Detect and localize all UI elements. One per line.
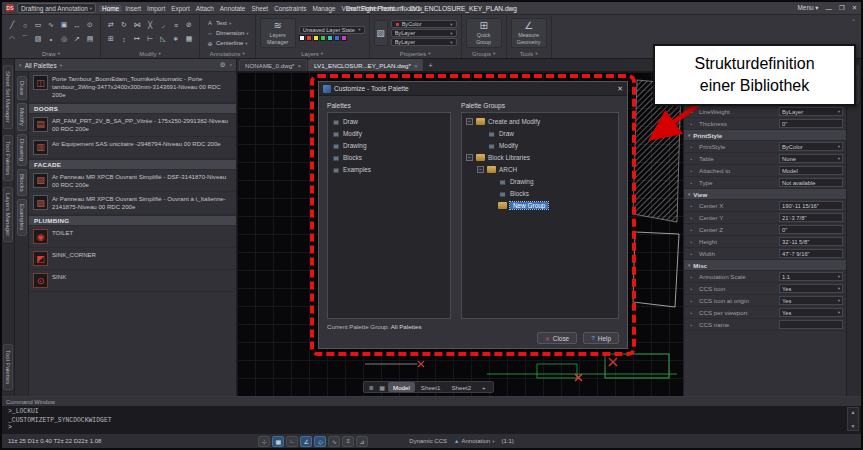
infinite-line-icon[interactable]: ↔ (71, 18, 83, 32)
palette-item[interactable]: ▤AR_FAM_PRT_2V_B_SA_PP_Vitrée - 175x250-… (29, 114, 236, 137)
palette-menu-icon[interactable]: ≡ (19, 63, 22, 68)
new-document-tab-button[interactable]: + (424, 59, 436, 71)
hatch-icon[interactable]: ▨ (32, 32, 44, 46)
sheet-tab-sheet2[interactable]: Sheet2 (446, 382, 476, 392)
extend-icon[interactable]: ⊢ (144, 32, 156, 46)
rotate-icon[interactable]: ↻ (118, 18, 130, 32)
lineweight-toggle[interactable]: ≡ (342, 436, 354, 447)
layer-color-chip[interactable] (313, 35, 319, 41)
palette-tab-modify[interactable]: Modify (17, 103, 27, 131)
layer-state-dropdown[interactable]: Unsaved Layer State▾ (299, 26, 365, 34)
tree-expander-icon[interactable]: − (466, 118, 473, 125)
workspace-selector[interactable]: Drafting and Annotation ▾ (17, 3, 96, 13)
ring-icon[interactable]: ◎ (58, 32, 70, 46)
layer-color-chip[interactable] (320, 35, 326, 41)
mirror-icon[interactable]: ⋈ (131, 18, 143, 32)
menu-export[interactable]: Export (168, 5, 192, 12)
close-tab-icon[interactable]: × (298, 63, 302, 69)
region-icon[interactable]: ▣ (58, 18, 70, 32)
property-dropdown[interactable]: ByLayer▾ (391, 29, 457, 37)
menu-import[interactable]: Import (144, 5, 168, 12)
layer-color-chip[interactable] (327, 35, 333, 41)
section-header-view[interactable]: ▾View (684, 189, 846, 200)
snap-toggle[interactable]: ⊹ (258, 436, 270, 447)
doc-tab[interactable]: LV1_ENCLOSUR...EY_PLAN.dwg*× (308, 59, 423, 71)
palette-tab-examples[interactable]: Examples (17, 199, 27, 235)
close-button[interactable]: ✕ Close (537, 332, 577, 344)
palette-list-item-examples[interactable]: ▤Examples (328, 163, 450, 175)
help-button[interactable]: ? Help (583, 332, 619, 344)
palette-item[interactable]: ▧Ar Panneau MR XPCB Ouvrant Simplifié - … (29, 170, 236, 193)
erase-icon[interactable]: ⊘ (183, 18, 195, 32)
text-button[interactable]: AText▾ (204, 19, 251, 28)
dialog-titlebar[interactable]: Customize - Tools Palette ✕ (319, 82, 627, 96)
tree-expander-icon[interactable]: − (477, 166, 484, 173)
dock-tab-tool-palettes[interactable]: Tool Palettes (3, 344, 13, 390)
palette-list-item-draw[interactable]: ▤Draw (328, 115, 450, 127)
property-value[interactable]: Model (779, 166, 843, 175)
section-header-plumbing[interactable]: PLUMBING (29, 215, 236, 226)
annotation-scale-control[interactable]: ▲Annotation▾ (454, 438, 494, 444)
command-input[interactable]: > (8, 424, 12, 431)
palette-item[interactable]: ⊙SINK (29, 270, 236, 292)
layer-color-chip[interactable] (341, 35, 347, 41)
polyline-icon[interactable]: ◠ (6, 32, 18, 46)
rectangle-icon[interactable]: ▭ (32, 18, 44, 32)
minimize-button[interactable]: — (826, 5, 832, 12)
property-value[interactable]: 0" (779, 225, 843, 234)
tree-item-arch[interactable]: −ARCH (462, 163, 618, 175)
maximize-button[interactable]: ❐ (839, 4, 845, 12)
table-icon[interactable]: ▤ (84, 32, 96, 46)
property-value[interactable]: None▾ (779, 154, 843, 163)
sheet-list-icon[interactable]: ≣ (366, 384, 376, 391)
property-value[interactable]: Yes▾ (779, 308, 843, 317)
menu-attach[interactable]: Attach (193, 5, 217, 12)
property-value[interactable]: Yes▾ (779, 296, 843, 305)
scroll-up-icon[interactable]: ▲ (851, 409, 856, 415)
palette-item[interactable]: ▨Ar Panneau MR XPCB Ouvrant Simplifié - … (29, 192, 236, 215)
layer-color-chip[interactable] (299, 35, 305, 41)
menu-home[interactable]: Home (99, 5, 122, 12)
menu-button[interactable]: Menu ▾ (798, 4, 819, 12)
fillet-icon[interactable]: ◞ (157, 18, 169, 32)
tree-expander-icon[interactable]: − (466, 154, 473, 161)
move-icon[interactable]: ⇄ (105, 18, 117, 32)
property-value[interactable] (779, 320, 843, 329)
trim-icon[interactable]: ╳ (144, 18, 156, 32)
esnap-toggle[interactable]: ◇ (314, 436, 326, 447)
layers-manager-button[interactable]: ≋Layers Manager (260, 18, 296, 48)
dynamic-ccs-toggle[interactable]: Dynamic CCS (409, 438, 447, 444)
menu-annotate[interactable]: Annotate (217, 5, 249, 12)
section-header-printstyle[interactable]: ▾PrintStyle (684, 130, 846, 141)
pattern-icon[interactable]: ▦ (183, 32, 195, 46)
quick-group-button[interactable]: ⊞Quick Group (466, 18, 502, 48)
palette-list-item-modify[interactable]: ▤Modify (328, 127, 450, 139)
property-value[interactable]: 47'-7 9/16" (779, 249, 843, 258)
sheet-grid-icon[interactable]: ▦ (377, 384, 387, 391)
doc-tab[interactable]: NONAME_0.dwg*× (239, 59, 307, 71)
scroll-down-icon[interactable]: ▼ (851, 423, 856, 429)
palette-tab-draw[interactable]: Draw (17, 76, 27, 100)
palette-tab-blocks[interactable]: Blocks (17, 169, 27, 197)
menu-sheet[interactable]: Sheet (248, 5, 271, 12)
line-icon[interactable]: ╱ (6, 18, 18, 32)
tree-item-blocks[interactable]: ▤Blocks (462, 187, 618, 199)
menu-insert[interactable]: Insert (122, 5, 144, 12)
palette-list-item-blocks[interactable]: ▤Blocks (328, 151, 450, 163)
section-header-misc[interactable]: ▾Misc (684, 260, 846, 271)
ribbon-collapse-icon[interactable]: ⌃ (851, 18, 856, 25)
dimension-button[interactable]: ↔Dimension▾ (204, 29, 251, 38)
sheet-tab-sheet1[interactable]: Sheet1 (416, 382, 446, 392)
section-header-doors[interactable]: DOORS (29, 103, 236, 114)
palette-list-item-drawing[interactable]: ▤Drawing (328, 139, 450, 151)
dialog-close-icon[interactable]: ✕ (617, 85, 623, 93)
grid-toggle[interactable]: ▦ (272, 436, 284, 447)
close-tab-icon[interactable]: × (414, 63, 418, 69)
ellipse-icon[interactable]: ⊙ (84, 18, 96, 32)
spline-icon[interactable]: ∿ (45, 18, 57, 32)
tree-item-block-libraries[interactable]: −Block Libraries (462, 151, 618, 163)
stretch-icon[interactable]: ↦ (131, 32, 143, 46)
property-value[interactable]: ByColor▾ (779, 142, 843, 151)
tree-item-create-and-modify[interactable]: −Create and Modify (462, 115, 618, 127)
palette-tab-drawing[interactable]: Drawing (17, 134, 27, 166)
